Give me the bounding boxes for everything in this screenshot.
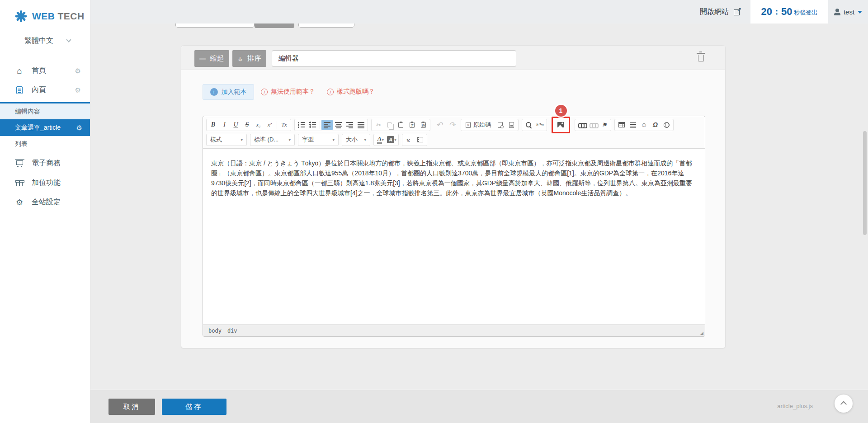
logo-text-secondary: TECH: [58, 11, 85, 21]
paste-button[interactable]: [395, 120, 406, 130]
numbered-list-icon: [298, 122, 305, 128]
paste-from-word-button[interactable]: [418, 120, 429, 130]
gear-icon[interactable]: ⚙: [76, 124, 82, 131]
background-color-icon: [387, 136, 394, 143]
sidebar-item-label: 全站設定: [32, 197, 61, 207]
user-menu[interactable]: test: [828, 0, 868, 24]
font-dropdown-label: 字型: [302, 136, 314, 144]
editor-content-area[interactable]: 東京（日語：東京 / とうきょう Tōkyō）是位於日本關東地方的都市，狹義上指…: [203, 149, 705, 324]
styles-dropdown[interactable]: 樣式: [206, 134, 247, 146]
cancel-button[interactable]: 取消: [108, 399, 155, 415]
align-right-button[interactable]: [344, 120, 355, 130]
align-right-icon: [346, 122, 353, 128]
align-center-button[interactable]: [333, 120, 344, 130]
insert-image-button[interactable]: [555, 120, 566, 130]
iframe-button[interactable]: [661, 120, 672, 130]
editor-toolbar: B I U S x₂ x² Tx: [203, 116, 705, 149]
size-dropdown[interactable]: 大小: [342, 134, 370, 146]
link-button[interactable]: [576, 120, 587, 130]
text-color-button[interactable]: [375, 135, 386, 145]
search-icon: [525, 122, 532, 128]
format-dropdown[interactable]: 標準 (D...: [250, 134, 295, 146]
collapse-button[interactable]: — 縮起: [194, 50, 229, 67]
page-scrollbar-thumb[interactable]: [863, 131, 867, 235]
superscript-button[interactable]: x²: [264, 120, 275, 130]
undo-button[interactable]: ↶: [434, 120, 445, 130]
size-dropdown-label: 大小: [346, 136, 358, 144]
scroll-to-top-button[interactable]: [835, 395, 853, 413]
numbered-list-button[interactable]: [296, 120, 307, 130]
replace-button[interactable]: [534, 120, 546, 130]
sidebar-item-addons[interactable]: 加值功能: [0, 173, 90, 193]
sidebar-item-label: 內頁: [32, 85, 46, 95]
redo-button[interactable]: ↷: [446, 120, 458, 130]
underline-button[interactable]: U: [230, 120, 241, 130]
anchor-button[interactable]: ⚑: [599, 120, 610, 130]
timer-colon: ：: [773, 6, 781, 17]
sidebar-item-home[interactable]: ⌂ 首頁 ⚙: [0, 61, 90, 80]
gear-icon: ⚙: [16, 198, 23, 207]
gear-icon[interactable]: ⚙: [75, 87, 81, 94]
clipped-tab-stub: [175, 24, 255, 28]
collapse-label: 縮起: [210, 54, 224, 63]
dropdown-triangle-icon: [858, 11, 862, 14]
subscript-button[interactable]: x₂: [253, 120, 264, 130]
justify-button[interactable]: [355, 120, 367, 130]
superscript-icon: x²: [268, 122, 272, 127]
image-button-highlight: 1: [552, 117, 570, 133]
preview-button[interactable]: [495, 120, 506, 130]
gear-icon[interactable]: ⚙: [75, 67, 81, 74]
table-button[interactable]: [616, 120, 627, 130]
subscript-icon: x₂: [256, 122, 261, 127]
sidebar-item-article-menu[interactable]: 文章選單_article ⚙: [0, 119, 90, 136]
smiley-button[interactable]: ☺: [638, 120, 650, 130]
sort-button[interactable]: 排序: [232, 50, 266, 67]
bulleted-list-button[interactable]: [307, 120, 318, 130]
sidebar-item-label: 編輯內容: [15, 108, 40, 116]
logo-text-primary: WEB: [32, 11, 55, 21]
language-selector[interactable]: 繁體中文: [0, 36, 90, 46]
move-icon: [237, 55, 244, 62]
font-dropdown[interactable]: 字型: [298, 134, 339, 146]
path-div[interactable]: div: [227, 328, 237, 334]
save-button[interactable]: 儲存: [162, 399, 226, 415]
unlink-button[interactable]: [587, 120, 599, 130]
special-char-button[interactable]: Ω: [650, 120, 661, 130]
logo-text: WEBTECH: [32, 11, 85, 22]
sidebar-item-list[interactable]: 列表: [0, 136, 90, 152]
show-blocks-button[interactable]: [415, 135, 426, 145]
horizontal-rule-button[interactable]: [627, 120, 638, 130]
logo-asterisk-icon: [14, 10, 27, 23]
paste-as-text-button[interactable]: [406, 120, 418, 130]
plus-circle-icon: [210, 88, 218, 96]
open-site-button[interactable]: 開啟網站: [690, 0, 750, 24]
unlink-icon: [590, 123, 597, 127]
sidebar-item-inner-pages[interactable]: 內頁 ⚙: [0, 80, 90, 100]
remove-format-button[interactable]: Tx: [278, 120, 290, 130]
path-body[interactable]: body: [208, 328, 222, 334]
source-button[interactable]: 原始碼: [462, 120, 495, 130]
add-template-button[interactable]: 加入範本: [203, 84, 254, 100]
resize-grip-icon[interactable]: ◢: [700, 331, 703, 335]
help-link-template[interactable]: 無法使用範本？: [261, 88, 315, 96]
cut-button[interactable]: ✂: [373, 120, 384, 130]
sidebar-item-edit-content[interactable]: 編輯內容: [0, 103, 90, 119]
horizontal-rule-icon: [630, 122, 636, 128]
sidebar-item-ecommerce[interactable]: 電子商務: [0, 154, 90, 173]
maximize-button[interactable]: [403, 135, 415, 145]
templates-button[interactable]: [506, 120, 517, 130]
align-left-button[interactable]: [321, 120, 333, 130]
copy-button[interactable]: [384, 120, 395, 130]
text-color-icon: [377, 136, 382, 143]
trash-icon[interactable]: [698, 55, 704, 61]
sidebar-item-site-settings[interactable]: ⚙ 全站設定: [0, 193, 90, 212]
background-color-button[interactable]: [386, 135, 397, 145]
caret-icon: [382, 137, 384, 142]
italic-button[interactable]: I: [219, 120, 230, 130]
block-title-input[interactable]: [272, 50, 516, 67]
sort-label: 排序: [247, 54, 262, 63]
bold-button[interactable]: B: [208, 120, 219, 130]
find-button[interactable]: [523, 120, 534, 130]
help-link-style[interactable]: 樣式跑版嗎？: [327, 88, 375, 96]
strikethrough-button[interactable]: S: [241, 120, 253, 130]
